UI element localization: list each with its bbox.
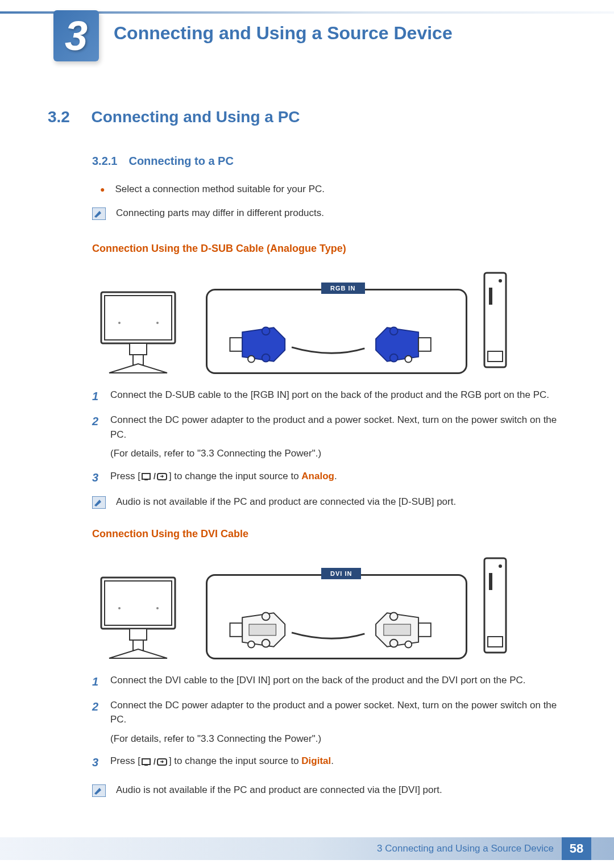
note-text: Audio is not available if the PC and pro… <box>116 784 442 796</box>
svg-rect-25 <box>105 581 172 625</box>
svg-point-14 <box>405 356 412 363</box>
svg-point-16 <box>499 279 502 283</box>
dvi-port-label: DVI IN <box>321 568 361 579</box>
dsub-cable-icon <box>208 325 466 364</box>
step-text: Press [/] to change the input source to … <box>110 469 566 484</box>
svg-point-32 <box>262 639 270 647</box>
dsub-diagram: RGB IN <box>98 272 507 374</box>
svg-point-41 <box>499 564 502 568</box>
chapter-number-badge: 3 <box>53 10 99 61</box>
svg-point-11 <box>390 327 398 335</box>
svg-point-29 <box>156 607 159 609</box>
svg-text:/: / <box>154 472 156 481</box>
subsection-heading-row: 3.2.1 Connecting to a PC <box>92 155 566 168</box>
note-row: Audio is not available if the PC and pro… <box>92 784 566 797</box>
step-2: 2 Connect the DC power adapter to the pr… <box>92 413 566 461</box>
subsection-title: Connecting to a PC <box>128 155 233 167</box>
svg-rect-19 <box>142 474 150 479</box>
step-number: 1 <box>92 673 110 690</box>
note-text: Connecting parts may differ in different… <box>116 207 324 219</box>
svg-rect-45 <box>144 765 148 766</box>
step-number: 1 <box>92 388 110 405</box>
dsub-steps: 1 Connect the D-SUB cable to the [RGB IN… <box>92 388 566 486</box>
monitor-icon <box>98 289 194 374</box>
svg-rect-33 <box>249 624 276 636</box>
dvi-cable-icon <box>208 610 466 650</box>
step-text-b: ] to change the input source to <box>169 755 301 766</box>
note-icon <box>92 207 106 220</box>
step-2: 2 Connect the DC power adapter to the pr… <box>92 698 566 746</box>
dsub-heading: Connection Using the D-SUB Cable (Analog… <box>92 243 566 255</box>
step-ref: (For details, refer to "3.3 Connecting t… <box>110 732 566 746</box>
dvi-heading: Connection Using the DVI Cable <box>92 528 566 540</box>
section-heading-row: 3.2 Connecting and Using a PC <box>48 108 566 126</box>
section-number: 3.2 <box>48 108 89 126</box>
note-icon <box>92 784 106 797</box>
bullet-dot-icon: ● <box>100 185 105 194</box>
step-main: Connect the DC power adapter to the prod… <box>110 414 557 440</box>
step-1: 1 Connect the D-SUB cable to the [RGB IN… <box>92 388 566 405</box>
svg-rect-44 <box>142 759 150 765</box>
bullet-item: ● Select a connection method suitable fo… <box>100 184 566 195</box>
svg-rect-2 <box>105 296 172 340</box>
svg-rect-42 <box>489 573 492 590</box>
note-icon <box>92 496 106 509</box>
dvi-diagram: DVI IN <box>98 557 507 659</box>
svg-rect-3 <box>130 343 147 355</box>
svg-text:/: / <box>154 757 156 766</box>
svg-point-39 <box>405 641 412 647</box>
step-text: Press [/] to change the input source to … <box>110 754 566 769</box>
footer: 3 Connecting and Using a Source Device 5… <box>0 837 614 860</box>
svg-point-12 <box>390 354 398 362</box>
step-number: 3 <box>92 469 110 486</box>
svg-rect-13 <box>418 338 431 351</box>
svg-rect-20 <box>144 479 148 480</box>
main-content: 3.2 Connecting and Using a PC 3.2.1 Conn… <box>48 108 566 797</box>
svg-rect-43 <box>488 637 503 647</box>
bullet-text: Select a connection method suitable for … <box>115 184 325 195</box>
step-3: 3 Press [/] to change the input source t… <box>92 754 566 771</box>
section-title: Connecting and Using a PC <box>91 108 300 126</box>
step-text: Connect the DC power adapter to the prod… <box>110 698 566 746</box>
cable-frame: RGB IN <box>206 289 467 374</box>
source-name: Analog <box>301 471 334 481</box>
step-text: Connect the D-SUB cable to the [RGB IN] … <box>110 388 566 402</box>
step-1: 1 Connect the DVI cable to the [DVI IN] … <box>92 673 566 690</box>
note-row: Audio is not available if the PC and pro… <box>92 496 566 509</box>
svg-rect-17 <box>489 288 492 305</box>
svg-rect-18 <box>488 351 503 362</box>
step-number: 2 <box>92 413 110 430</box>
svg-point-10 <box>248 356 255 363</box>
step-3: 3 Press [/] to change the input source t… <box>92 469 566 486</box>
step-text-a: Press [ <box>110 755 140 766</box>
note-text: Audio is not available if the PC and pro… <box>116 496 456 508</box>
note-row: Connecting parts may differ in different… <box>92 207 566 220</box>
step-main: Connect the DC power adapter to the prod… <box>110 700 557 725</box>
step-number: 2 <box>92 698 110 715</box>
source-button-icon: / <box>142 757 168 766</box>
subsection-number: 3.2.1 <box>92 155 126 168</box>
footer-page-number: 58 <box>562 837 591 860</box>
source-name: Digital <box>301 755 331 766</box>
svg-rect-30 <box>230 623 242 637</box>
svg-rect-38 <box>418 623 431 637</box>
svg-rect-37 <box>384 624 410 636</box>
dsub-port-label: RGB IN <box>321 283 365 294</box>
step-text: Connect the DC power adapter to the prod… <box>110 413 566 461</box>
pc-tower-icon <box>483 272 507 368</box>
step-text: Connect the DVI cable to the [DVI IN] po… <box>110 673 566 688</box>
step-text-b: ] to change the input source to <box>169 471 301 481</box>
cable-frame: DVI IN <box>206 574 467 659</box>
step-text-a: Press [ <box>110 471 140 481</box>
svg-point-35 <box>390 612 398 620</box>
svg-point-31 <box>262 612 270 620</box>
svg-point-34 <box>248 641 255 647</box>
svg-point-36 <box>390 639 398 647</box>
svg-point-28 <box>118 607 121 609</box>
monitor-icon <box>98 574 194 659</box>
svg-point-9 <box>262 354 270 362</box>
step-text-c: . <box>334 471 337 481</box>
step-text-c: . <box>331 755 334 766</box>
svg-point-8 <box>262 327 270 335</box>
svg-rect-7 <box>230 338 242 351</box>
